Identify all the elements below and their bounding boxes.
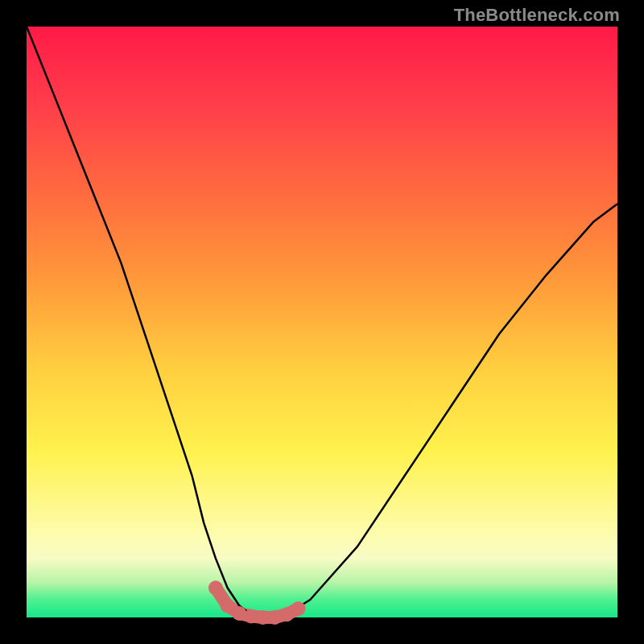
bottleneck-curve — [27, 27, 617, 617]
chart-frame: TheBottleneck.com — [0, 0, 644, 644]
watermark-label: TheBottleneck.com — [454, 5, 620, 26]
minimum-marker — [208, 580, 223, 595]
bottleneck-curve-path — [27, 27, 617, 617]
minimum-marker — [291, 601, 306, 616]
